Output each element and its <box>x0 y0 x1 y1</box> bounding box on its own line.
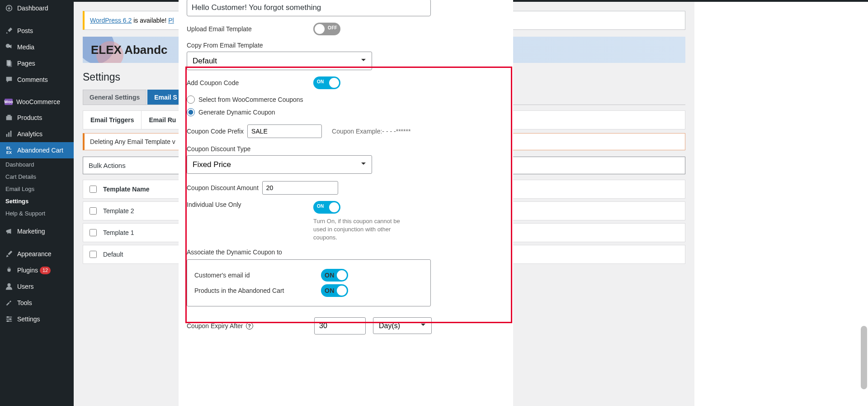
template-name: Default <box>103 251 123 258</box>
svg-point-12 <box>7 316 9 318</box>
users-icon <box>5 282 14 291</box>
plugins-badge: 12 <box>40 267 51 274</box>
sidebar-sub-help[interactable]: Help & Support <box>0 207 74 220</box>
sidebar-label: Products <box>17 114 42 121</box>
sidebar-item-products[interactable]: Products <box>0 110 74 126</box>
pin-icon <box>5 26 14 35</box>
sidebar-item-dashboard[interactable]: Dashboard <box>0 0 74 16</box>
help-icon[interactable]: ? <box>246 322 253 330</box>
sidebar-label: Pages <box>17 60 35 67</box>
discount-type-select[interactable]: Fixed Price <box>187 155 372 174</box>
sidebar-label: Dashboard <box>17 5 48 12</box>
sidebar-item-appearance[interactable]: Appearance <box>0 246 74 262</box>
radio-woo-coupons[interactable]: Select from WooCommerce Coupons <box>187 96 505 104</box>
comments-icon <box>5 75 14 84</box>
svg-rect-2 <box>8 62 12 67</box>
sidebar-item-posts[interactable]: Posts <box>0 23 74 39</box>
coupon-example-text: Coupon Example:- - - -****** <box>332 128 410 135</box>
individual-use-toggle[interactable]: ON <box>313 201 340 214</box>
subtab-rules[interactable]: Email Ru <box>142 111 184 129</box>
coupon-expiry-unit-select[interactable]: Day(s) <box>373 317 432 334</box>
svg-point-14 <box>7 320 9 322</box>
copy-template-label: Copy From Email Template <box>187 42 501 49</box>
svg-rect-7 <box>10 131 12 137</box>
sidebar-item-settings[interactable]: Settings <box>0 311 74 327</box>
coupon-expiry-label: Coupon Expiry After ? <box>187 322 291 330</box>
settings-panel: Upload Email Template OFF Copy From Emai… <box>179 0 513 406</box>
row-checkbox[interactable] <box>90 207 97 215</box>
sidebar-item-marketing[interactable]: Marketing <box>0 223 74 239</box>
sidebar-item-plugins[interactable]: Plugins 12 <box>0 262 74 278</box>
sidebar-item-tools[interactable]: Tools <box>0 295 74 311</box>
coupon-expiry-input[interactable] <box>314 317 366 334</box>
column-header-name: Template Name <box>103 186 149 193</box>
sidebar-sub-cart-details[interactable]: Cart Details <box>0 171 74 183</box>
brush-icon <box>5 249 14 258</box>
coupon-prefix-input[interactable] <box>247 124 322 138</box>
svg-rect-4 <box>7 115 10 116</box>
sidebar-label: Analytics <box>17 130 42 138</box>
scrollbar-thumb[interactable] <box>861 326 867 389</box>
upload-template-toggle[interactable]: OFF <box>313 23 340 35</box>
row-checkbox[interactable] <box>90 251 97 258</box>
sidebar-sub-email-logs[interactable]: Email Logs <box>0 183 74 195</box>
products-icon <box>5 113 14 122</box>
svg-rect-6 <box>8 132 9 137</box>
discount-amount-input[interactable] <box>262 181 338 195</box>
sidebar-label: Appearance <box>17 250 52 258</box>
add-coupon-label: Add Coupon Code <box>187 79 313 86</box>
associate-label: Associate the Dynamic Coupon to <box>187 248 501 256</box>
email-subject-input[interactable] <box>187 0 431 16</box>
megaphone-icon <box>5 227 14 236</box>
plugins-icon <box>5 266 14 275</box>
assoc-email-toggle[interactable]: ON <box>321 269 348 282</box>
template-name: Template 1 <box>103 229 134 236</box>
wp-version-link[interactable]: WordPress 6.2 <box>90 17 132 24</box>
white-bg-right <box>694 2 868 406</box>
sidebar-item-users[interactable]: Users <box>0 278 74 295</box>
sidebar-item-media[interactable]: Media <box>0 39 74 55</box>
row-checkbox[interactable] <box>90 229 97 236</box>
admin-sidebar: Dashboard Posts Media Pages Comments Woo… <box>0 0 74 406</box>
template-name: Template 2 <box>103 207 134 215</box>
svg-rect-5 <box>6 134 8 137</box>
discount-amount-label: Coupon Discount Amount <box>187 184 259 191</box>
assoc-products-toggle[interactable]: ON <box>321 284 348 297</box>
tab-general[interactable]: General Settings <box>83 90 146 105</box>
radio-dynamic-coupon[interactable]: Generate Dynamic Coupon <box>187 108 505 116</box>
sidebar-item-comments[interactable]: Comments <box>0 72 74 88</box>
sidebar-item-woocommerce[interactable]: Woo WooCommerce <box>0 94 74 110</box>
copy-template-select[interactable]: Default <box>187 52 372 70</box>
svg-point-8 <box>7 283 10 287</box>
sidebar-sub-settings[interactable]: Settings <box>0 195 74 207</box>
pages-icon <box>5 59 14 68</box>
svg-rect-3 <box>6 116 12 120</box>
sidebar-item-abandoned-cart[interactable]: ELEX Abandoned Cart <box>0 142 74 158</box>
sidebar-label: Comments <box>17 76 48 83</box>
discount-type-label: Coupon Discount Type <box>187 145 501 153</box>
media-icon <box>5 43 14 52</box>
please-update-link[interactable]: Pl <box>168 17 174 24</box>
sidebar-label: Posts <box>17 27 33 34</box>
sidebar-label: Plugins <box>17 267 38 274</box>
associate-box: Customer's email id ON Products in the A… <box>187 259 431 306</box>
sidebar-item-analytics[interactable]: Analytics <box>0 126 74 142</box>
subtab-triggers[interactable]: Email Triggers <box>83 111 142 129</box>
assoc-products-label: Products in the Abandoned Cart <box>194 287 284 294</box>
woo-icon: Woo <box>5 99 13 105</box>
sidebar-label: WooCommerce <box>16 98 60 105</box>
sidebar-item-pages[interactable]: Pages <box>0 55 74 72</box>
assoc-email-label: Customer's email id <box>194 272 250 279</box>
sidebar-label: Media <box>17 43 34 51</box>
add-coupon-toggle[interactable]: ON <box>313 76 340 89</box>
sidebar-label: Abandoned Cart <box>17 147 63 154</box>
select-all-checkbox[interactable] <box>90 186 97 193</box>
individual-help: Turn On, if this coupon cannot be used i… <box>313 217 408 242</box>
tools-icon <box>5 298 14 307</box>
coupon-prefix-label: Coupon Code Prefix <box>187 128 244 135</box>
dashboard-icon <box>5 4 14 13</box>
sidebar-label: Tools <box>17 299 32 306</box>
sidebar-sub-dashboard[interactable]: Dashboard <box>0 158 74 171</box>
sidebar-label: Marketing <box>17 228 45 235</box>
sidebar-label: Users <box>17 283 34 290</box>
